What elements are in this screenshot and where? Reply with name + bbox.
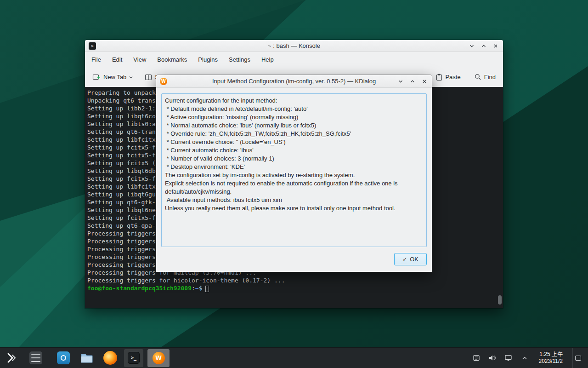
file-manager-button[interactable] bbox=[77, 349, 96, 367]
notifications-tray-button[interactable] bbox=[472, 353, 481, 362]
prompt-path: ~ bbox=[195, 285, 199, 292]
volume-button[interactable] bbox=[488, 353, 497, 362]
notifications-icon bbox=[473, 354, 480, 362]
dialog-titlebar[interactable]: W Input Method Configuration (im-config,… bbox=[156, 75, 432, 88]
konsole-task-button[interactable]: >_ bbox=[124, 349, 143, 367]
terminal-scrollbar[interactable] bbox=[498, 89, 502, 306]
ok-button[interactable]: ✓ OK bbox=[394, 253, 427, 265]
menu-item-edit[interactable]: Edit bbox=[112, 56, 122, 63]
prompt-symbol: $ bbox=[199, 285, 203, 292]
sliders-button[interactable] bbox=[26, 349, 45, 367]
volume-icon bbox=[488, 354, 496, 362]
firefox-button[interactable] bbox=[101, 349, 120, 367]
maximize-button[interactable] bbox=[480, 42, 487, 50]
menu-item-help[interactable]: Help bbox=[261, 56, 274, 63]
chevron-up-icon bbox=[410, 79, 415, 84]
system-tray: 1:25 上午 2023/11/2 bbox=[472, 348, 588, 368]
konsole-menubar: File Edit View Bookmarks Plugins Setting… bbox=[85, 52, 503, 67]
clock-time: 1:25 上午 bbox=[539, 351, 563, 358]
konsole-window-title: ~ : bash — Konsole bbox=[85, 42, 503, 49]
show-desktop-icon bbox=[575, 356, 581, 361]
taskbar: >_ W bbox=[0, 347, 588, 368]
imconfig-w-icon: W bbox=[153, 352, 165, 364]
chevron-down-icon bbox=[469, 43, 475, 49]
paste-icon bbox=[436, 74, 442, 81]
dialog-minimize-button[interactable] bbox=[397, 78, 404, 85]
chevron-up-icon bbox=[481, 43, 486, 49]
caret-down-icon bbox=[129, 76, 133, 79]
blue-app-button[interactable] bbox=[54, 349, 73, 367]
terminal-prompt: foo@foo-standardpcq35ich92009:~$ bbox=[87, 284, 497, 292]
terminal-cursor bbox=[205, 286, 209, 292]
konsole-titlebar[interactable]: > ~ : bash — Konsole bbox=[85, 40, 503, 52]
clock-date: 2023/11/2 bbox=[539, 358, 563, 365]
dialog-maximize-button[interactable] bbox=[409, 78, 416, 85]
find-label: Find bbox=[484, 74, 496, 80]
find-button[interactable]: Find bbox=[472, 71, 498, 83]
clock[interactable]: 1:25 上午 2023/11/2 bbox=[536, 351, 566, 365]
kdialog-app-icon: W bbox=[160, 78, 167, 85]
minimize-button[interactable] bbox=[468, 42, 475, 50]
dialog-body: Current configuration for the input meth… bbox=[156, 88, 432, 272]
display-icon bbox=[504, 354, 512, 362]
prompt-user-host: foo@foo-standardpcq35ich92009 bbox=[87, 285, 192, 292]
folder-icon bbox=[80, 352, 93, 363]
show-desktop-button[interactable] bbox=[572, 348, 583, 368]
konsole-app-icon: > bbox=[89, 42, 96, 50]
konsole-icon: >_ bbox=[128, 352, 140, 364]
dialog-close-button[interactable] bbox=[421, 78, 428, 85]
dialog-message: Current configuration for the input meth… bbox=[165, 97, 423, 213]
app-launcher-button[interactable] bbox=[3, 349, 22, 367]
tray-expand-button[interactable] bbox=[520, 353, 529, 362]
new-tab-button[interactable]: New Tab bbox=[90, 71, 136, 83]
menu-item-settings[interactable]: Settings bbox=[229, 56, 250, 63]
search-icon bbox=[475, 74, 481, 80]
firefox-icon bbox=[103, 351, 117, 365]
new-tab-icon bbox=[92, 74, 101, 80]
desktop: > ~ : bash — Konsole File Edit View Book… bbox=[0, 0, 588, 368]
ok-button-label: OK bbox=[410, 256, 418, 263]
close-icon bbox=[493, 43, 498, 49]
chevron-up-icon bbox=[522, 356, 527, 360]
check-icon: ✓ bbox=[402, 256, 407, 263]
paste-label: Paste bbox=[445, 74, 460, 80]
prompt-separator: : bbox=[192, 285, 195, 292]
sliders-icon bbox=[29, 351, 42, 364]
menu-item-bookmarks[interactable]: Bookmarks bbox=[157, 56, 187, 63]
split-view-icon bbox=[145, 74, 152, 80]
scrollbar-thumb[interactable] bbox=[498, 295, 502, 305]
dialog-message-frame: Current configuration for the input meth… bbox=[161, 93, 427, 247]
dialog-title: Input Method Configuration (im-config, v… bbox=[156, 78, 432, 85]
blue-app-icon bbox=[57, 351, 70, 364]
menu-item-view[interactable]: View bbox=[133, 56, 146, 63]
close-icon bbox=[422, 79, 427, 84]
imconfig-task-button[interactable]: W bbox=[147, 349, 170, 367]
display-button[interactable] bbox=[504, 353, 513, 362]
close-button[interactable] bbox=[492, 42, 499, 50]
dialog-button-row: ✓ OK bbox=[161, 247, 427, 265]
app-launcher-icon bbox=[6, 352, 18, 363]
menu-item-plugins[interactable]: Plugins bbox=[198, 56, 218, 63]
im-config-dialog: W Input Method Configuration (im-config,… bbox=[156, 75, 432, 272]
paste-button[interactable]: Paste bbox=[433, 71, 463, 83]
new-tab-label: New Tab bbox=[103, 74, 126, 80]
chevron-down-icon bbox=[398, 79, 403, 84]
menu-item-file[interactable]: File bbox=[91, 56, 101, 63]
